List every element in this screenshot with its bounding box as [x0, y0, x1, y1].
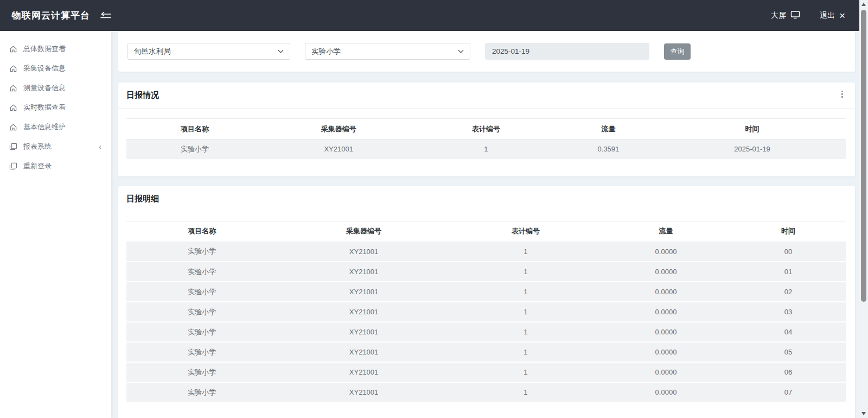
table-cell: 06 — [731, 362, 846, 382]
table-cell: XY21001 — [277, 282, 450, 302]
sidebar-item-basic-info-maintenance[interactable]: 基本信息维护 — [0, 117, 111, 137]
table-cell: XY21001 — [277, 242, 450, 262]
column-header: 表计编号 — [414, 119, 558, 140]
sidebar-collapse-icon[interactable] — [99, 11, 112, 20]
chevron-left-icon: ‹ — [99, 142, 103, 151]
table-cell: 2025-01-19 — [659, 140, 846, 160]
logout-button[interactable]: 退出 × — [820, 10, 845, 21]
app-title: 物联网云计算平台 — [12, 9, 90, 22]
table-cell: 1 — [450, 322, 601, 342]
project-select[interactable]: 实验小学 — [305, 43, 470, 60]
scroll-down-arrow-icon[interactable] — [861, 412, 866, 415]
table-cell: 1 — [450, 382, 601, 402]
table-cell: 0.0000 — [601, 322, 731, 342]
daily-detail-card: 日报明细 项目名称 采集器编号 表计编号 流量 时间 实验小学XY2100110… — [118, 186, 855, 418]
table-cell: 04 — [731, 322, 846, 342]
home-icon — [9, 84, 17, 92]
column-header: 流量 — [558, 119, 659, 140]
table-header-row: 项目名称 采集器编号 表计编号 流量 时间 — [126, 119, 846, 140]
sidebar-item-report-system[interactable]: 报表系统 ‹ — [0, 137, 111, 156]
table-cell: XY21001 — [277, 342, 450, 362]
kebab-menu-icon[interactable] — [841, 91, 843, 98]
table-row: 实验小学XY2100110.000006 — [126, 362, 846, 382]
table-cell: XY21001 — [277, 322, 450, 342]
home-icon — [9, 65, 17, 73]
column-header: 时间 — [731, 221, 846, 242]
big-screen-button[interactable]: 大屏 — [771, 10, 800, 21]
daily-detail-table: 项目名称 采集器编号 表计编号 流量 时间 实验小学XY2100110.0000… — [126, 221, 846, 403]
table-cell: 01 — [731, 262, 846, 282]
table-cell: 0.3591 — [558, 140, 659, 160]
report-icon — [9, 143, 17, 151]
monitor-icon — [790, 10, 800, 21]
table-row: 实验小学XY2100110.000001 — [126, 262, 846, 282]
column-header: 项目名称 — [126, 119, 263, 140]
table-cell: XY21001 — [277, 362, 450, 382]
table-cell: 05 — [731, 342, 846, 362]
daily-summary-table: 项目名称 采集器编号 表计编号 流量 时间 实验小学XY2100110.3591… — [126, 118, 846, 160]
sidebar-item-label: 测量设备信息 — [23, 83, 103, 93]
sidebar-item-label: 采集设备信息 — [23, 64, 103, 73]
table-row: 实验小学XY2100110.000000 — [126, 242, 846, 262]
column-header: 采集器编号 — [277, 221, 450, 242]
sidebar-nav: 总体数据查看 采集设备信息 测量设备信息 实时数据查看 基本信息维护 报表系统 … — [0, 31, 111, 418]
sidebar-item-overall-data[interactable]: 总体数据查看 — [0, 39, 111, 59]
home-icon — [9, 123, 17, 131]
table-row: 实验小学XY2100110.000007 — [126, 382, 846, 402]
table-row: 实验小学XY2100110.000002 — [126, 282, 846, 302]
project-select-value: 实验小学 — [311, 47, 341, 56]
scrollbar-thumb[interactable] — [861, 10, 866, 302]
daily-detail-title: 日报明细 — [126, 194, 159, 204]
daily-summary-title: 日报情况 — [126, 90, 159, 100]
org-select[interactable]: 旬邑水利局 — [127, 43, 290, 60]
table-cell: XY21001 — [263, 140, 414, 160]
column-header: 表计编号 — [450, 221, 601, 242]
close-icon: × — [839, 10, 845, 21]
sidebar-item-realtime-data[interactable]: 实时数据查看 — [0, 98, 111, 117]
scroll-up-arrow-icon[interactable] — [861, 3, 866, 6]
table-cell: 02 — [731, 282, 846, 302]
header-actions: 大屏 退出 × — [771, 10, 845, 21]
table-cell: 实验小学 — [126, 322, 277, 342]
column-header: 流量 — [601, 221, 731, 242]
table-cell: 实验小学 — [126, 382, 277, 402]
daily-summary-header: 日报情况 — [118, 83, 855, 109]
home-icon — [9, 104, 17, 112]
sidebar-item-label: 基本信息维护 — [23, 122, 103, 132]
column-header: 采集器编号 — [263, 119, 414, 140]
chevron-down-icon — [278, 49, 284, 53]
table-header-row: 项目名称 采集器编号 表计编号 流量 时间 — [126, 221, 846, 242]
big-screen-label: 大屏 — [771, 11, 786, 21]
table-cell: 实验小学 — [126, 302, 277, 322]
sidebar-item-measuring-device-info[interactable]: 测量设备信息 — [0, 78, 111, 98]
sidebar-item-collector-device-info[interactable]: 采集设备信息 — [0, 59, 111, 78]
table-cell: 0.0000 — [601, 242, 731, 262]
table-row: 实验小学XY2100110.000003 — [126, 302, 846, 322]
query-button[interactable]: 查询 — [664, 43, 691, 60]
table-cell: 1 — [414, 140, 558, 160]
table-cell: 1 — [450, 342, 601, 362]
table-cell: 0.0000 — [601, 262, 731, 282]
table-cell: 实验小学 — [126, 242, 277, 262]
table-cell: XY21001 — [277, 302, 450, 322]
sidebar-item-relogin[interactable]: 重新登录 — [0, 156, 111, 176]
daily-summary-body: 项目名称 采集器编号 表计编号 流量 时间 实验小学XY2100110.3591… — [118, 109, 855, 176]
daily-summary-card: 日报情况 项目名称 采集器编号 表计编号 流量 时间 实验小学XY2100110… — [118, 83, 855, 176]
sidebar-item-label: 报表系统 — [23, 142, 93, 151]
table-cell: 07 — [731, 382, 846, 402]
table-cell: 实验小学 — [126, 262, 277, 282]
table-row: 实验小学XY2100110.000005 — [126, 342, 846, 362]
table-cell: 03 — [731, 302, 846, 322]
table-cell: 1 — [450, 262, 601, 282]
sidebar-item-label: 重新登录 — [23, 161, 103, 171]
date-input[interactable] — [485, 43, 649, 60]
sidebar-item-label: 实时数据查看 — [23, 103, 103, 112]
table-cell: 实验小学 — [126, 140, 263, 160]
table-cell: 0.0000 — [601, 342, 731, 362]
top-header: 物联网云计算平台 大屏 退出 × — [0, 0, 859, 31]
column-header: 时间 — [659, 119, 846, 140]
vertical-scrollbar[interactable] — [859, 0, 868, 418]
table-cell: 1 — [450, 302, 601, 322]
table-row: 实验小学XY2100110.35912025-01-19 — [126, 140, 846, 160]
table-cell: 0.0000 — [601, 362, 731, 382]
